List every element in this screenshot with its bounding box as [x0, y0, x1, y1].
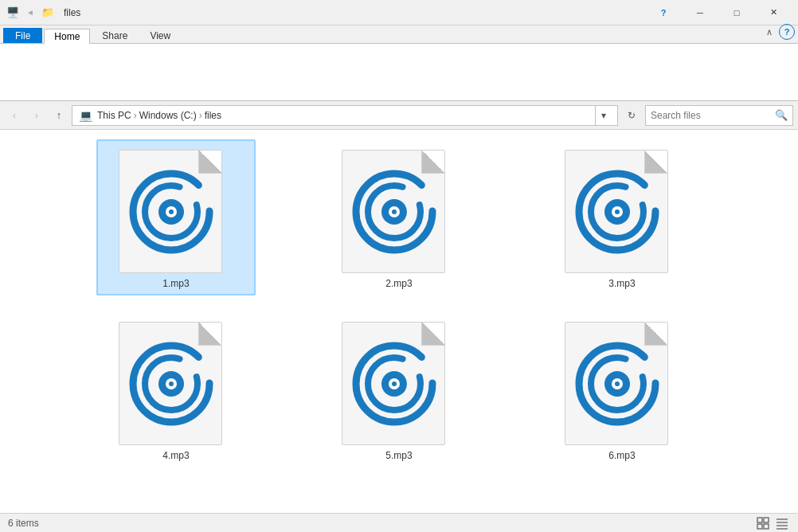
file-page — [342, 150, 445, 273]
file-grid: 1.mp3 2.mp3 — [16, 139, 782, 467]
file-item-6[interactable]: 6.mp3 — [542, 311, 702, 467]
file-name: 1.mp3 — [162, 278, 189, 289]
mp3-icon — [349, 338, 440, 429]
file-name: 3.mp3 — [608, 278, 635, 289]
forward-button[interactable]: › — [27, 106, 46, 125]
svg-rect-33 — [764, 524, 769, 529]
tab-view[interactable]: View — [139, 28, 181, 43]
ribbon-collapse-icon[interactable]: ∧ — [761, 25, 777, 39]
window-icon: 🖥️ — [6, 6, 19, 19]
file-icon-wrapper — [119, 318, 234, 445]
search-input[interactable] — [651, 110, 775, 121]
file-item-4[interactable]: 4.mp3 — [96, 311, 256, 467]
svg-point-4 — [169, 209, 174, 214]
tab-home[interactable]: Home — [44, 29, 90, 44]
status-bar: 6 items — [0, 513, 798, 532]
address-bar: ‹ › ↑ 💻 This PC › Windows (C:) › files ▾… — [0, 101, 798, 130]
help-button[interactable]: ? — [645, 0, 682, 25]
file-icon-wrapper — [342, 146, 457, 273]
maximize-button[interactable]: □ — [718, 0, 755, 25]
mp3-icon — [126, 166, 217, 257]
file-page — [119, 150, 222, 273]
search-box[interactable]: 🔍 — [645, 105, 793, 126]
title-folder-icon: 📁 — [41, 6, 54, 19]
up-button[interactable]: ↑ — [49, 106, 68, 125]
mp3-icon — [126, 338, 217, 429]
path-windows-c: Windows (C:) — [139, 110, 197, 121]
file-name: 4.mp3 — [162, 450, 189, 461]
file-page — [565, 322, 668, 445]
ribbon-help-icon[interactable]: ? — [779, 24, 795, 40]
file-icon-wrapper — [565, 318, 680, 445]
file-item-1[interactable]: 1.mp3 — [96, 139, 256, 295]
ribbon-content — [0, 43, 798, 100]
mp3-icon — [349, 166, 440, 257]
path-files: files — [205, 110, 221, 121]
path-this-pc: This PC — [97, 110, 131, 121]
back-button[interactable]: ‹ — [5, 106, 24, 125]
file-item-5[interactable]: 5.mp3 — [319, 311, 479, 467]
window-title: files — [64, 7, 80, 18]
file-name: 6.mp3 — [608, 450, 635, 461]
status-right — [755, 515, 790, 531]
file-area: 1.mp3 2.mp3 — [0, 130, 798, 513]
file-item-3[interactable]: 3.mp3 — [542, 139, 702, 295]
close-button[interactable]: ✕ — [755, 0, 792, 25]
mp3-icon — [572, 166, 663, 257]
search-icon: 🔍 — [775, 109, 788, 121]
status-count: 6 items — [8, 518, 39, 529]
window-controls: ? ─ □ ✕ — [645, 0, 792, 25]
refresh-button[interactable]: ↻ — [621, 105, 642, 126]
mp3-icon — [572, 338, 663, 429]
svg-point-24 — [392, 381, 397, 386]
file-page — [565, 150, 668, 273]
svg-point-29 — [615, 381, 620, 386]
minimize-button[interactable]: ─ — [682, 0, 718, 25]
svg-rect-32 — [757, 524, 762, 529]
ribbon-tabs: File Home Share View ∧ ? — [0, 25, 798, 43]
file-page — [119, 322, 222, 445]
file-item-2[interactable]: 2.mp3 — [319, 139, 479, 295]
file-name: 5.mp3 — [385, 450, 412, 461]
svg-point-9 — [392, 209, 397, 214]
svg-rect-31 — [764, 518, 769, 522]
ribbon: File Home Share View ∧ ? — [0, 25, 798, 101]
file-name: 2.mp3 — [385, 278, 412, 289]
file-icon-wrapper — [565, 146, 680, 273]
title-bar-icons: 🖥️ ◄ 📁 — [6, 6, 54, 19]
tab-file[interactable]: File — [3, 28, 42, 43]
tab-share[interactable]: Share — [92, 28, 138, 43]
svg-point-19 — [169, 381, 174, 386]
svg-rect-30 — [757, 518, 762, 522]
main-content: 1.mp3 2.mp3 — [0, 130, 798, 513]
file-icon-wrapper — [342, 318, 457, 445]
details-view-button[interactable] — [774, 515, 790, 531]
title-bar: 🖥️ ◄ 📁 files ? ─ □ ✕ — [0, 0, 798, 25]
svg-point-14 — [615, 209, 620, 214]
file-icon-wrapper — [119, 146, 234, 273]
back-quick: ◄ — [24, 6, 37, 19]
file-page — [342, 322, 445, 445]
address-path[interactable]: 💻 This PC › Windows (C:) › files ▾ — [72, 105, 618, 126]
large-icons-view-button[interactable] — [755, 515, 771, 531]
path-dropdown[interactable]: ▾ — [595, 105, 611, 126]
